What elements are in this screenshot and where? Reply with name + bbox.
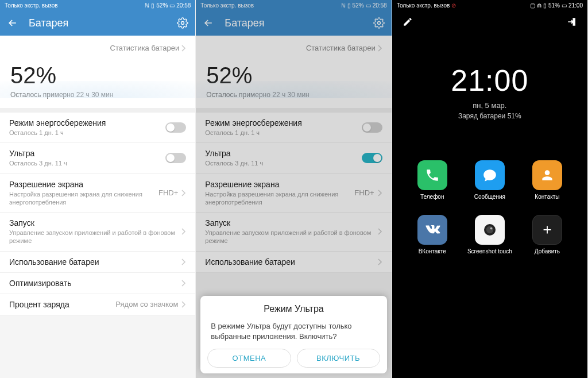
no-signal-icon: ⊘ <box>451 2 456 9</box>
row-ultra[interactable]: Ультра Осталось 3 дн. 11 ч <box>0 143 195 173</box>
app-phone[interactable]: Телефон <box>409 160 455 200</box>
settings-button[interactable] <box>373 17 385 29</box>
row-launch[interactable]: Запуск Управление запуском приложений и … <box>196 213 391 252</box>
row-power-save[interactable]: Режим энергосбережения Осталось 1 дн. 1 … <box>0 113 195 143</box>
svg-point-3 <box>486 226 494 234</box>
confirm-button[interactable]: ВКЛЮЧИТЬ <box>297 349 380 368</box>
lock-info: 21:00 пн, 5 мар. Заряд батареи 51% <box>392 63 587 120</box>
app-add[interactable]: Добавить <box>524 215 570 254</box>
sublabel: Управление запуском приложений и работой… <box>9 229 181 245</box>
back-button[interactable] <box>203 17 214 29</box>
row-percent[interactable]: Процент заряда Рядом со значком <box>0 294 195 315</box>
status-bar: Только экстр. вызов ⊘ ▢ ⋒ ▯ 51% ▭ 21:00 <box>392 0 587 10</box>
svg-point-0 <box>181 22 184 25</box>
sublabel: Управление запуском приложений и работой… <box>205 229 377 245</box>
date-label: пн, 5 мар. <box>392 101 587 110</box>
modal-title: Режим Ультра <box>207 304 380 314</box>
battery-percent: 52% <box>206 63 381 88</box>
app-label: Сообщения <box>474 194 505 200</box>
app-vk[interactable]: ВКонтакте <box>409 215 455 254</box>
row-optimize[interactable]: Оптимизировать <box>0 273 195 294</box>
battery-stats-link[interactable]: Статистика батареи <box>0 36 195 60</box>
chevron-right-icon <box>181 280 186 287</box>
status-right: ▢ ⋒ ▯ 51% ▭ 21:00 <box>530 2 583 9</box>
battery-percent: 52% <box>10 63 185 88</box>
clock: 20:58 <box>176 2 191 9</box>
cancel-button[interactable]: ОТМЕНА <box>207 349 291 368</box>
battery-icon: ▯ <box>347 2 351 9</box>
label: Статистика батареи <box>110 44 180 52</box>
wifi-icon: ⋒ <box>537 2 541 9</box>
edit-button[interactable] <box>403 17 413 29</box>
label: Использование батареи <box>9 257 181 267</box>
chevron-right-icon <box>378 259 382 265</box>
sublabel: Осталось 1 дн. 1 ч <box>205 129 361 137</box>
sublabel: Настройка разрешения экрана для снижения… <box>9 190 158 207</box>
app-label: Телефон <box>420 194 444 200</box>
exit-button[interactable] <box>567 17 577 29</box>
app-contacts[interactable]: Контакты <box>524 160 570 200</box>
battery-percent-block: 52% Осталось примерно 22 ч 30 мин <box>196 60 391 113</box>
app-screenshot[interactable]: Screenshot touch <box>467 215 513 254</box>
label: Разрешение экрана <box>205 180 354 189</box>
app-messages[interactable]: Сообщения <box>467 160 513 200</box>
battery-pct: 52% <box>353 2 364 9</box>
power-save-toggle[interactable] <box>362 122 382 133</box>
carrier-label: Только экстр. вызов <box>200 2 254 9</box>
label: Запуск <box>205 218 377 227</box>
clock: 20:58 <box>373 2 387 9</box>
chevron-right-icon <box>181 301 186 308</box>
battery-stats-link[interactable]: Статистика батареи <box>196 36 391 60</box>
clock: 21:00 <box>568 2 583 9</box>
battery-label: Заряд батареи 51% <box>392 112 587 120</box>
svg-point-1 <box>377 22 380 25</box>
row-power-save[interactable]: Режим энергосбережения Осталось 1 дн. 1 … <box>196 113 391 143</box>
row-usage[interactable]: Использование батареи <box>196 252 391 273</box>
chevron-right-icon <box>181 259 186 265</box>
status-bar: Только экстр. вызов ℕ ▯ 52% ▭ 20:58 <box>196 0 391 10</box>
power-save-toggle[interactable] <box>165 122 186 133</box>
label: Использование батареи <box>205 257 377 267</box>
app-label: Добавить <box>535 248 560 254</box>
clock-large: 21:00 <box>392 63 587 98</box>
page-title: Батарея <box>225 17 373 29</box>
svg-point-4 <box>490 227 492 230</box>
dark-header <box>392 10 587 36</box>
row-resolution[interactable]: Разрешение экрана Настройка разрешения э… <box>0 174 195 213</box>
phone-screen-1: Только экстр. вызов ℕ ▯ 52% ▭ 20:58 Бата… <box>0 0 196 378</box>
nfc-icon: ℕ <box>341 2 346 9</box>
row-usage[interactable]: Использование батареи <box>0 252 195 273</box>
vk-icon <box>417 215 447 245</box>
contacts-icon <box>532 160 562 190</box>
phone-icon <box>417 160 447 190</box>
chevron-right-icon <box>378 190 382 196</box>
carrier-label: Только экстр. вызов ⊘ <box>397 2 456 9</box>
ultra-toggle[interactable] <box>362 153 382 163</box>
label: Ультра <box>9 149 165 158</box>
label: Оптимизировать <box>9 279 181 288</box>
row-resolution[interactable]: Разрешение экрана Настройка разрешения э… <box>196 174 391 213</box>
row-launch[interactable]: Запуск Управление запуском приложений и … <box>0 213 195 252</box>
ultra-toggle[interactable] <box>165 153 186 163</box>
battery-icon: ▯ <box>151 2 154 9</box>
page-title: Батарея <box>29 17 177 29</box>
status-right: ℕ ▯ 52% ▭ 20:58 <box>145 2 191 9</box>
label: Разрешение экрана <box>9 180 158 189</box>
battery-shape-icon: ▭ <box>366 2 371 9</box>
sublabel: Осталось 1 дн. 1 ч <box>9 129 165 137</box>
app-grid: Телефон Сообщения Контакты ВКонтакте Scr… <box>392 160 587 254</box>
phone-screen-3: Только экстр. вызов ⊘ ▢ ⋒ ▯ 51% ▭ 21:00 … <box>392 0 588 378</box>
battery-remaining: Осталось примерно 22 ч 30 мин <box>10 91 185 99</box>
row-ultra[interactable]: Ультра Осталось 3 дн. 11 ч <box>196 143 391 173</box>
battery-percent-block: 52% Осталось примерно 22 ч 30 мин <box>0 60 195 113</box>
label: Ультра <box>205 149 361 158</box>
label: Режим энергосбережения <box>9 118 165 128</box>
title-bar: Батарея <box>0 10 195 36</box>
battery-remaining: Осталось примерно 22 ч 30 мин <box>206 91 381 99</box>
value: Рядом со значком <box>115 300 178 308</box>
messages-icon <box>475 160 505 190</box>
title-bar: Батарея <box>196 10 391 36</box>
settings-button[interactable] <box>177 17 188 29</box>
label: Запуск <box>9 218 181 227</box>
back-button[interactable] <box>7 17 18 29</box>
